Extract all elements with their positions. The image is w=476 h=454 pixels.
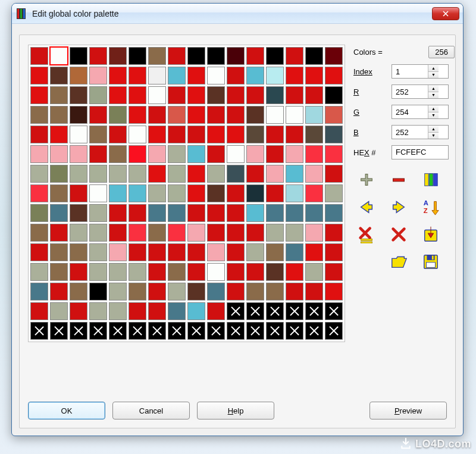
palette-swatch[interactable] [266,322,284,340]
palette-swatch[interactable] [109,243,127,261]
palette-swatch[interactable] [168,165,186,183]
palette-swatch[interactable] [50,283,68,300]
palette-swatch[interactable] [168,243,186,261]
palette-swatch[interactable] [187,165,205,183]
palette-swatch[interactable] [89,224,107,242]
palette-swatch[interactable] [129,106,146,124]
palette-swatch[interactable] [286,47,303,65]
palette-swatch[interactable] [207,322,225,340]
palette-swatch[interactable] [168,302,186,320]
palette-swatch[interactable] [70,204,87,222]
palette-swatch[interactable] [227,322,245,340]
palette-swatch[interactable] [89,67,107,84]
palette-swatch[interactable] [207,47,225,65]
palette-swatch[interactable] [325,126,343,143]
palette-swatch[interactable] [70,283,87,300]
palette-swatch[interactable] [70,184,87,202]
palette-swatch[interactable] [187,322,205,340]
palette-swatch[interactable] [129,283,146,300]
palette-swatch[interactable] [325,47,343,65]
b-up[interactable]: ▲ [428,126,439,133]
palette-swatch[interactable] [266,243,284,261]
palette-swatch[interactable] [129,67,146,84]
palette-swatch[interactable] [305,283,323,300]
palette-swatch[interactable] [325,283,343,300]
sort-az-icon[interactable]: AZ [418,195,444,219]
preview-button[interactable]: Preview [369,402,447,419]
cancel-button[interactable]: Cancel [112,402,190,419]
palette-swatch[interactable] [207,145,225,163]
palette-swatch[interactable] [30,204,48,222]
palette-swatch[interactable] [187,184,205,202]
palette-swatch[interactable] [286,106,303,124]
palette-swatch[interactable] [227,283,245,300]
save-floppy-icon[interactable] [418,250,444,274]
palette-swatch[interactable] [305,47,323,65]
palette-swatch[interactable] [187,106,205,124]
help-button[interactable]: Help [197,402,274,419]
palette-swatch[interactable] [286,204,303,222]
palette-swatch[interactable] [148,86,166,104]
palette-swatch[interactable] [148,224,166,242]
palette-swatch[interactable] [266,165,284,183]
palette-swatch[interactable] [168,224,186,242]
arrow-right-icon[interactable] [386,195,412,219]
palette-swatch[interactable] [50,224,68,242]
palette-swatch[interactable] [148,126,166,143]
palette-swatch[interactable] [305,126,323,143]
palette-swatch[interactable] [187,67,205,84]
add-icon[interactable] [353,168,380,192]
palette-swatch[interactable] [168,145,186,163]
palette-swatch[interactable] [109,224,127,242]
hex-input[interactable] [392,145,449,159]
palette-swatch[interactable] [70,86,87,104]
palette-swatch[interactable] [325,67,343,84]
palette-swatch[interactable] [168,106,186,124]
palette-swatch[interactable] [89,184,107,202]
palette-swatch[interactable] [168,67,186,84]
palette-swatch[interactable] [227,47,245,65]
palette-swatch[interactable] [305,165,323,183]
palette-swatch[interactable] [227,145,245,163]
delete-icon[interactable] [386,223,412,246]
palette-swatch[interactable] [50,322,68,340]
palette-swatch[interactable] [148,322,166,340]
palette-swatch[interactable] [266,263,284,281]
palette-swatch[interactable] [246,106,264,124]
palette-swatch[interactable] [266,86,284,104]
palette-swatch[interactable] [148,263,166,281]
palette-swatch[interactable] [129,184,146,202]
palette-swatch[interactable] [325,243,343,261]
palette-swatch[interactable] [148,283,166,300]
palette-swatch[interactable] [227,165,245,183]
palette-swatch[interactable] [70,322,87,340]
palette-swatch[interactable] [50,86,68,104]
palette-swatch[interactable] [187,283,205,300]
palette-swatch[interactable] [129,145,146,163]
palette-swatch[interactable] [109,67,127,84]
palette-swatch[interactable] [286,126,303,143]
palette-swatch[interactable] [286,322,303,340]
palette-swatch[interactable] [30,106,48,124]
palette-swatch[interactable] [30,86,48,104]
palette-swatch[interactable] [30,224,48,242]
palette-swatch[interactable] [187,224,205,242]
palette-swatch[interactable] [168,322,186,340]
palette-swatch[interactable] [325,322,343,340]
palette-swatch[interactable] [89,165,107,183]
import-icon[interactable] [418,223,444,246]
palette-swatch[interactable] [246,145,264,163]
palette-swatch[interactable] [187,145,205,163]
palette-swatch[interactable] [286,302,303,320]
palette-swatch[interactable] [129,243,146,261]
palette-swatch[interactable] [148,106,166,124]
palette-swatch[interactable] [207,184,225,202]
palette-swatch[interactable] [227,67,245,84]
palette-swatch[interactable] [148,145,166,163]
palette-swatch[interactable] [70,67,87,84]
palette-swatch[interactable] [207,67,225,84]
palette-swatch[interactable] [89,204,107,222]
palette-swatch[interactable] [168,47,186,65]
palette-swatch[interactable] [89,126,107,143]
palette-swatch[interactable] [109,106,127,124]
